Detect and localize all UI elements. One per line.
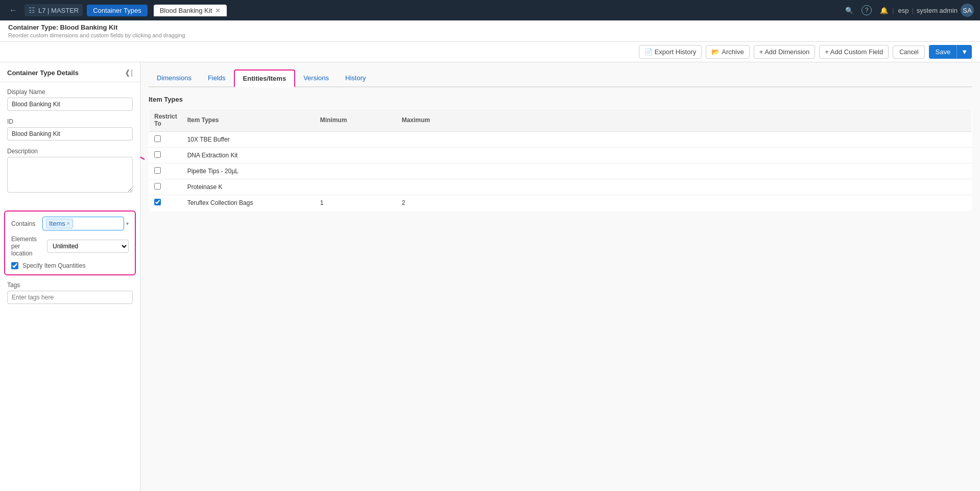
maximum-cell xyxy=(397,132,479,148)
description-textarea[interactable] xyxy=(7,157,133,193)
contains-section: Contains Items × ▾ Elements per location xyxy=(4,211,136,275)
id-label: ID xyxy=(7,118,133,125)
action-bar: 📄 Export History 📂 Archive + Add Dimensi… xyxy=(0,42,980,62)
id-input[interactable] xyxy=(7,127,133,141)
table-row: Pipette Tips - 20µL xyxy=(149,163,972,179)
right-panel: Dimensions Fields Entities/Items Version… xyxy=(140,62,980,491)
tab-dimensions[interactable]: Dimensions xyxy=(149,69,200,87)
separator2: | xyxy=(912,7,913,14)
display-name-row: Display Name xyxy=(7,88,133,111)
cancel-button[interactable]: Cancel xyxy=(893,45,925,59)
minimum-cell xyxy=(315,148,397,163)
restrict-to-cell xyxy=(149,195,182,211)
export-history-label: Export History xyxy=(655,48,697,56)
contains-label: Contains xyxy=(11,220,35,227)
tags-label: Tags xyxy=(7,282,133,289)
active-tab-label: Blood Banking Kit xyxy=(160,7,212,14)
maximum-cell xyxy=(397,163,479,179)
active-tab: Blood Banking Kit ✕ xyxy=(154,5,227,16)
annotation-area: Restrict To Item Types Minimum Maximum 1… xyxy=(149,108,972,211)
tags-row: Tags xyxy=(0,282,140,311)
add-dimension-button[interactable]: + Add Dimension xyxy=(754,45,816,59)
item-type-cell: 10X TBE Buffer xyxy=(182,132,315,148)
table-row: 10X TBE Buffer xyxy=(149,132,972,148)
user-lang: esp xyxy=(898,7,909,14)
tab-entities-items[interactable]: Entities/Items xyxy=(234,69,296,87)
app-label: L7 | MASTER xyxy=(38,7,79,14)
item-types-table: Restrict To Item Types Minimum Maximum 1… xyxy=(149,108,972,211)
back-button[interactable]: ← xyxy=(6,4,20,17)
extra-cell xyxy=(479,195,972,211)
contains-tag-input[interactable]: Items × xyxy=(42,217,124,230)
maximum-cell: 2 xyxy=(397,195,479,211)
save-button[interactable]: Save xyxy=(929,45,957,59)
restrict-checkbox[interactable] xyxy=(154,151,161,158)
items-tag-remove[interactable]: × xyxy=(67,221,70,226)
collapse-panel-button[interactable]: ❰| xyxy=(125,68,133,77)
grid-icon: ☷ xyxy=(29,6,35,14)
avatar[interactable]: SA xyxy=(961,4,974,17)
help-icon[interactable]: ? xyxy=(862,5,872,15)
col-header-item-types: Item Types xyxy=(182,109,315,132)
restrict-checkbox[interactable] xyxy=(154,183,161,190)
tab-versions[interactable]: Versions xyxy=(295,69,337,87)
maximum-cell xyxy=(397,179,479,195)
description-label: Description xyxy=(7,148,133,155)
archive-icon: 📂 xyxy=(711,48,720,56)
restrict-checkbox[interactable] xyxy=(154,167,161,174)
container-types-breadcrumb[interactable]: Container Types xyxy=(87,5,147,16)
item-type-cell: DNA Extraction Kit xyxy=(182,148,315,163)
page-title: Container Type: Blood Banking Kit xyxy=(8,24,972,31)
elements-select[interactable]: Unlimited xyxy=(47,240,129,253)
elements-label: Elements per location xyxy=(11,236,47,257)
item-types-section-title: Item Types xyxy=(149,96,972,103)
table-header-row: Restrict To Item Types Minimum Maximum xyxy=(149,109,972,132)
table-row: Teruflex Collection Bags 1 2 xyxy=(149,195,972,211)
export-history-button[interactable]: 📄 Export History xyxy=(639,45,702,59)
specify-label: Specify Item Quantities xyxy=(22,262,85,269)
user-info: esp | system admin SA xyxy=(898,4,974,17)
minimum-cell xyxy=(315,132,397,148)
display-name-label: Display Name xyxy=(7,88,133,96)
description-row: Description xyxy=(7,148,133,194)
col-header-extra xyxy=(479,109,972,132)
restrict-checkbox[interactable] xyxy=(154,199,161,205)
item-type-cell: Proteinase K xyxy=(182,179,315,195)
specify-quantities-checkbox[interactable] xyxy=(11,262,18,269)
table-row: DNA Extraction Kit xyxy=(149,148,972,163)
archive-button[interactable]: 📂 Archive xyxy=(706,45,749,59)
restrict-checkbox[interactable] xyxy=(154,135,161,142)
tags-input[interactable] xyxy=(7,291,133,304)
tab-fields[interactable]: Fields xyxy=(200,69,234,87)
extra-cell xyxy=(479,163,972,179)
extra-cell xyxy=(479,148,972,163)
display-name-input[interactable] xyxy=(7,98,133,111)
top-nav: ← ☷ L7 | MASTER Container Types Blood Ba… xyxy=(0,0,980,20)
main-layout: Container Type Details ❰| Display Name I… xyxy=(0,62,980,491)
items-tag-label: Items xyxy=(49,220,65,227)
close-tab-icon[interactable]: ✕ xyxy=(215,7,221,14)
left-panel: Container Type Details ❰| Display Name I… xyxy=(0,62,140,491)
table-row: Proteinase K xyxy=(149,179,972,195)
bell-icon[interactable]: 🔔 xyxy=(880,7,888,14)
page-subtitle: Reorder custom dimensions and custom fie… xyxy=(8,32,972,38)
col-header-maximum: Maximum xyxy=(397,109,479,132)
form-section: Display Name ID Description xyxy=(0,82,140,207)
minimum-cell: 1 xyxy=(315,195,397,211)
export-icon: 📄 xyxy=(644,48,653,56)
extra-cell xyxy=(479,179,972,195)
tabs-bar: Dimensions Fields Entities/Items Version… xyxy=(149,69,972,87)
extra-cell xyxy=(479,132,972,148)
minimum-cell xyxy=(315,163,397,179)
maximum-cell xyxy=(397,148,479,163)
add-custom-field-button[interactable]: + Add Custom Field xyxy=(819,45,889,59)
item-type-cell: Pipette Tips - 20µL xyxy=(182,163,315,179)
item-type-cell: Teruflex Collection Bags xyxy=(182,195,315,211)
pink-arrow-annotation xyxy=(140,119,155,165)
search-icon[interactable]: 🔍 xyxy=(845,7,853,14)
save-dropdown-arrow[interactable]: ▼ xyxy=(957,45,972,59)
contains-dropdown-icon[interactable]: ▾ xyxy=(126,221,129,226)
restrict-to-cell xyxy=(149,163,182,179)
items-tag: Items × xyxy=(46,219,73,228)
tab-history[interactable]: History xyxy=(337,69,374,87)
